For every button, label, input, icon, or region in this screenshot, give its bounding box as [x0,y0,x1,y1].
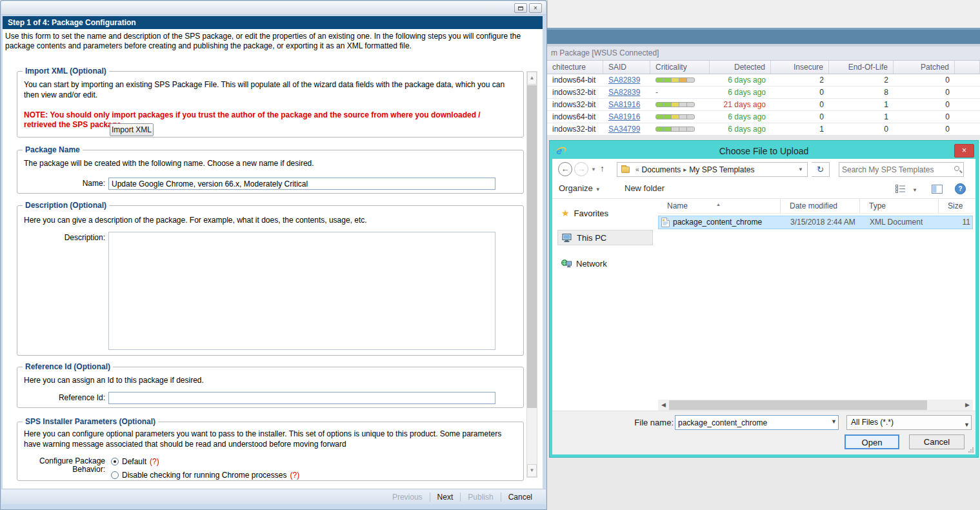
search-box[interactable] [839,162,964,177]
cell-architecture: indows32-bit [547,123,603,135]
col-size[interactable]: Size [939,199,973,213]
new-folder-button[interactable]: New folder [625,183,665,193]
next-button[interactable]: Next [430,493,461,502]
refresh-icon[interactable]: ↻ [812,162,830,177]
sidebar-item-favorites[interactable]: ★ Favorites [557,205,653,221]
radio-option-default[interactable]: Default (?) [111,457,159,466]
reference-id-input[interactable] [108,392,495,404]
radio-selected-icon[interactable] [111,458,119,465]
file-row-selected[interactable]: package_content_chrome 3/15/2018 2:44 AM… [658,216,973,229]
import-xml-button[interactable]: Import XML [110,123,154,136]
history-chevron-icon[interactable]: ▼ [591,167,596,172]
col-insecure[interactable]: Insecure [771,61,829,74]
view-mode-icon[interactable] [895,185,906,193]
previous-button[interactable]: Previous [385,493,430,502]
help-question-icon[interactable]: (?) [150,457,159,466]
organize-menu[interactable]: Organize▼ [559,183,601,193]
breadcrumb-documents[interactable]: Documents [642,165,681,174]
back-icon[interactable]: ← [558,162,572,176]
dialog-title: Choose File to Upload [552,143,975,159]
sidebar-item-network[interactable]: Network [557,256,653,271]
panel-title: m Package [WSUS Connected] [547,46,980,60]
package-name-input[interactable] [108,178,495,190]
open-button[interactable]: Open [845,434,899,449]
col-type[interactable]: Type [860,199,939,213]
description-textarea[interactable] [108,232,495,350]
criticality-text: - [655,88,658,97]
cell-architecture: indows64-bit [547,111,603,123]
help-question-icon[interactable]: (?) [290,471,299,480]
said-link[interactable]: SA34799 [608,125,640,134]
scroll-up-icon[interactable]: ▲ [527,72,537,85]
forward-icon[interactable]: → [574,162,588,176]
horizontal-scrollbar[interactable]: ◀ ▶ [658,400,973,411]
table-row[interactable]: indows32-bit SA34799 6 days ago 1 0 0 [547,123,980,136]
said-link[interactable]: SA81916 [608,100,640,109]
said-link[interactable]: SA82839 [608,76,640,85]
cell-insecure: 0 [771,87,829,98]
cell-insecure: 0 [771,111,829,123]
sps-wizard-window: × Step 1 of 4: Package Configuration Use… [0,0,547,510]
radio-label: Disable checking for running Chrome proc… [122,471,286,480]
search-input[interactable] [842,163,945,176]
file-type-select[interactable]: All Files (*.*) ▼ [846,415,972,430]
scroll-left-icon[interactable]: ◀ [658,400,669,411]
cancel-button[interactable]: Cancel [501,493,539,502]
table-row[interactable]: indows64-bit SA82839 6 days ago 2 2 0 [547,74,980,87]
col-patched[interactable]: Patched [894,61,955,74]
col-architecture[interactable]: chitecture [547,61,603,74]
cancel-button[interactable]: Cancel [909,434,965,449]
search-icon [954,166,959,171]
filetype-chevron-icon[interactable]: ▼ [964,418,970,432]
wizard-intro-text: Use this form to set the name and descri… [5,32,534,51]
file-name-combobox[interactable]: ▼ [675,415,839,430]
table-row[interactable]: indows32-bit SA82839 - 6 days ago 0 8 0 [547,87,980,99]
said-link[interactable]: SA82839 [608,88,640,97]
file-size: 11 [939,216,972,229]
breadcrumb-prefix: « [635,166,639,173]
sidebar-item-this-pc[interactable]: This PC [557,230,653,245]
wizard-scrollbar[interactable]: ▲ ▼ [526,71,537,478]
wizard-titlebar[interactable]: × [1,1,546,15]
wizard-step-header: Step 1 of 4: Package Configuration [3,16,543,29]
preview-pane-icon[interactable] [932,185,943,194]
svg-text:?: ? [958,185,962,192]
col-end-of-life[interactable]: End-Of-Life [829,61,894,74]
dialog-titlebar[interactable]: e Choose File to Upload × [552,143,975,159]
address-bar[interactable]: « Documents ▸ My SPS Templates ▼ [617,162,808,177]
view-mode-chevron-icon[interactable]: ▼ [912,187,917,193]
breadcrumb-my-sps-templates[interactable]: My SPS Templates [689,165,754,174]
criticality-bar [655,77,695,83]
reference-id-label: Reference Id: [17,392,105,403]
radio-unselected-icon[interactable] [111,471,119,479]
scroll-down-icon[interactable]: ▼ [527,464,537,477]
help-icon[interactable]: ? [955,183,966,194]
col-criticality[interactable]: Criticality [650,61,710,74]
address-dropdown-icon[interactable]: ▼ [794,167,807,172]
file-name: package_content_chrome [673,216,762,229]
scrollbar-thumb[interactable] [527,85,537,408]
import-xml-text: You can start by importing an existing S… [24,79,505,100]
maximize-button[interactable] [514,3,527,13]
publish-button[interactable]: Publish [460,493,500,502]
said-link[interactable]: SA81916 [608,112,640,121]
installer-params-text: Here you can configure optional paramete… [24,429,505,449]
col-date-modified[interactable]: Date modified [781,199,860,213]
table-row[interactable]: indows64-bit SA81916 6 days ago 0 1 0 [547,111,980,123]
dialog-close-button[interactable]: × [954,144,974,158]
radio-option-disable-check[interactable]: Disable checking for running Chrome proc… [111,471,299,480]
table-row[interactable]: indows32-bit SA81916 21 days ago 0 1 0 [547,99,980,111]
col-detected[interactable]: Detected [710,61,771,74]
hscrollbar-thumb[interactable] [669,400,927,410]
col-name[interactable]: ▲Name [658,199,781,213]
resize-grip[interactable] [968,447,974,453]
import-xml-legend: Import XML (Optional) [23,66,109,76]
combobox-chevron-icon[interactable]: ▼ [831,418,837,425]
close-button[interactable]: × [529,3,542,13]
file-name-input[interactable] [678,416,823,429]
col-said[interactable]: SAID [603,61,650,74]
scroll-right-icon[interactable]: ▶ [962,400,973,411]
up-icon[interactable]: ↑ [600,163,605,174]
file-name-label: File name: [610,418,674,427]
description-text: Here you can give a description of the p… [24,215,505,225]
